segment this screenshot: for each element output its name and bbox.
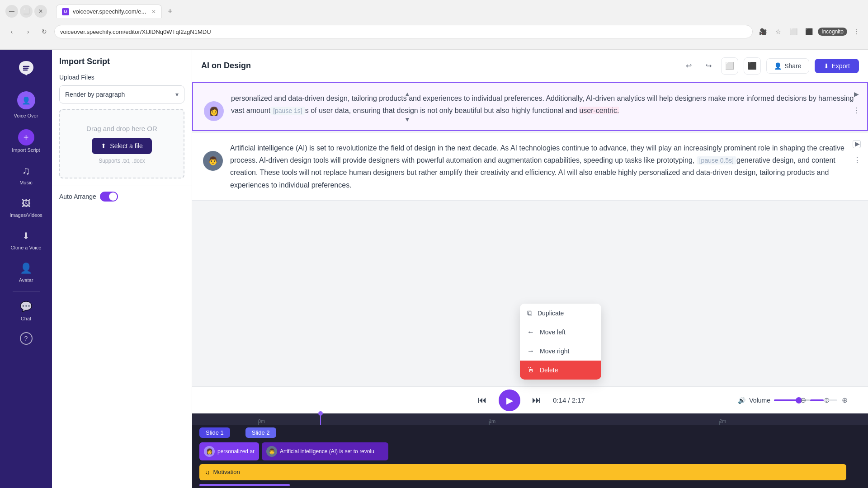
move-right-label: Move right (540, 347, 569, 355)
export-btn[interactable]: ⬇ Export (815, 59, 859, 73)
sidebar-item-import[interactable]: + Import Script (6, 125, 47, 157)
play-btn[interactable]: ▶ (499, 389, 520, 411)
audio-clip-1[interactable]: 👩 personalized ar (199, 442, 259, 460)
render-dropdown[interactable]: Render by paragraph ▾ (59, 85, 184, 103)
sidebar-browser-icon[interactable]: ⬛ (802, 25, 815, 38)
time-mark-2: 2m (719, 418, 726, 424)
current-time: 0:14 (553, 396, 566, 404)
sidebar-item-images[interactable]: 🖼 Images/Videos (6, 192, 47, 222)
minimize-btn[interactable]: — (5, 5, 18, 18)
sidebar-item-help[interactable]: ? (6, 328, 47, 351)
active-tab[interactable]: M voiceover.speechify.com/e... ✕ (56, 5, 162, 18)
tab-bar: M voiceover.speechify.com/e... ✕ + (51, 3, 182, 19)
context-menu: ⧉ Duplicate ← Move left → Move right 🖱 D… (520, 304, 601, 380)
duplicate-icon: ⧉ (527, 309, 532, 317)
block2-play-btn[interactable]: ▶ (851, 137, 863, 150)
sidebar: 👤 Voice Over + Import Script ♫ Music 🖼 I… (0, 50, 52, 488)
forward-btn[interactable]: › (22, 25, 34, 38)
playback-time: 0:14 / 2:17 (553, 396, 585, 404)
share-btn[interactable]: 👤 Share (766, 58, 809, 74)
timeline-playhead (320, 413, 321, 425)
undo-btn[interactable]: ↩ (681, 59, 696, 73)
block1-more-btn[interactable]: ⋮ (850, 104, 863, 117)
select-file-btn[interactable]: ⬆ Select a file (92, 138, 151, 154)
chevron-down-icon: ▾ (175, 91, 179, 98)
script-block-2: 👨 Artificial intelligence (AI) is set to… (192, 133, 868, 201)
music-track-row: ♫ Motivation (192, 462, 868, 482)
block1-actions: ▶ ⋮ (850, 88, 863, 117)
audio-clip-1-text: personalized ar (217, 448, 255, 455)
address-bar[interactable]: voiceover.speechify.com/editor/XIJlDNq0W… (54, 25, 753, 38)
render-dropdown-text: Render by paragraph (65, 91, 175, 98)
speechify-logo-icon (17, 59, 35, 77)
context-menu-delete[interactable]: 🖱 Delete (520, 361, 601, 380)
timeline: 0m 1m 2m Slide 1 Slide 2 (192, 413, 868, 488)
context-menu-move-left[interactable]: ← Move left (520, 323, 601, 342)
tab-close-icon[interactable]: ✕ (151, 9, 156, 15)
browser-top-bar: — ⬜ ✕ M voiceover.speechify.com/e... ✕ + (0, 0, 868, 23)
menu-icon[interactable]: ⋮ (850, 25, 863, 38)
share-icon: 👤 (774, 62, 782, 70)
context-menu-duplicate[interactable]: ⧉ Duplicate (520, 304, 601, 323)
block2-pause-tag: [pause 0.5s] (697, 156, 736, 164)
bookmark-icon[interactable]: ☆ (772, 25, 784, 38)
skip-forward-btn[interactable]: ⏭ (529, 393, 544, 408)
app-container: 👤 Voice Over + Import Script ♫ Music 🖼 I… (0, 50, 868, 488)
export-label: Export (832, 62, 850, 70)
sidebar-item-avatar[interactable]: 👤 Avatar (6, 257, 47, 287)
time-mark-0: 0m (258, 418, 265, 424)
block1-play-btn[interactable]: ▶ (850, 88, 863, 100)
block1-collapse-down-btn[interactable]: ▼ (401, 113, 414, 126)
drag-drop-text: Drag and drop here OR (86, 123, 157, 134)
zoom-in-btn-2[interactable]: ⊕ (839, 395, 850, 406)
block2-avatar: 👨 (203, 151, 223, 171)
block2-text: Artificial intelligence (AI) is set to r… (230, 142, 857, 191)
help-icon: ? (20, 332, 33, 345)
timeline-scrollbar[interactable] (199, 484, 290, 486)
music-track[interactable]: ♫ Motivation (199, 464, 846, 480)
maximize-btn[interactable]: ⬜ (20, 5, 33, 18)
back-btn[interactable]: ‹ (5, 25, 18, 38)
audio-clip-2[interactable]: 👨 Artificial intelligence (AI) is set to… (262, 442, 388, 460)
reload-btn[interactable]: ↻ (38, 25, 51, 38)
audio-tracks: 👩 personalized ar 👨 Artificial intellige… (192, 441, 868, 462)
top-bar: AI on Design ↩ ↪ ⬜ ⬛ 👤 Share ⬇ Export (192, 50, 868, 82)
upload-files-label: Upload Files (59, 74, 184, 81)
auto-arrange-toggle[interactable] (100, 192, 118, 202)
block2-more-btn[interactable]: ⋮ (851, 154, 863, 166)
sidebar-item-clone[interactable]: ⬇ Clone a Voice (6, 224, 47, 255)
slide-1-label[interactable]: Slide 1 (199, 427, 230, 438)
sidebar-item-chat[interactable]: 💬 Chat (6, 295, 47, 326)
slide-2-label[interactable]: Slide 2 (245, 427, 276, 438)
close-btn[interactable]: ✕ (34, 5, 47, 18)
zoom-out-btn[interactable]: ⊖ (797, 395, 808, 406)
sidebar-item-voiceover[interactable]: 👤 Voice Over (6, 87, 47, 123)
camera-off-icon[interactable]: 🎥 (756, 25, 769, 38)
zoom-controls: ⊖ ⊕ (797, 395, 850, 406)
upload-icon: ⬆ (101, 142, 106, 150)
left-panel-content: Import Script Upload Files Render by par… (52, 50, 192, 186)
volume-label: Volume (749, 397, 770, 404)
sidebar-item-music[interactable]: ♫ Music (6, 159, 47, 190)
skip-back-btn[interactable]: ⏮ (475, 393, 490, 408)
playback-bar: ⏮ ▶ ⏭ 0:14 / 2:17 🔊 Volume ⊕ ⊖ (192, 386, 868, 413)
context-menu-move-right[interactable]: → Move right (520, 342, 601, 361)
time-mark-1: 1m (489, 418, 495, 424)
script-block-1: ▲ 👩 personalized and data-driven design,… (192, 82, 868, 131)
main-content: AI on Design ↩ ↪ ⬜ ⬛ 👤 Share ⬇ Export (192, 50, 868, 488)
view-grid-btn[interactable]: ⬛ (744, 57, 761, 75)
new-tab-btn[interactable]: + (164, 5, 176, 18)
block1-pause-tag: [pause 1s] (270, 107, 305, 115)
view-single-btn[interactable]: ⬜ (721, 57, 738, 75)
screenshot-icon[interactable]: ⬜ (787, 25, 800, 38)
left-panel: Import Script Upload Files Render by par… (52, 50, 192, 488)
sidebar-divider (13, 291, 40, 291)
block1-highlighted: user-centric. (579, 107, 619, 114)
audio-clip-2-avatar: 👨 (266, 446, 277, 457)
block1-collapse-up-btn[interactable]: ▲ (401, 88, 414, 100)
zoom-slider[interactable] (810, 399, 837, 401)
project-title: AI on Design (201, 61, 674, 70)
redo-btn[interactable]: ↪ (701, 59, 716, 73)
toggle-thumb (109, 192, 117, 201)
sidebar-item-clone-label: Clone a Voice (11, 245, 42, 250)
